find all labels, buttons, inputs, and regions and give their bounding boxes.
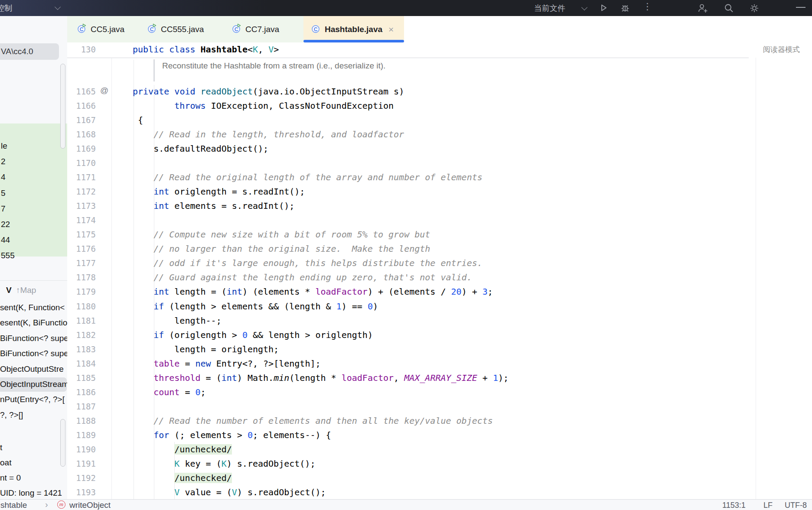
add-user-icon[interactable]	[697, 3, 708, 13]
tab-cc5-java[interactable]: CCC5.java	[69, 16, 132, 42]
line-number[interactable]: 1186	[67, 387, 96, 397]
scrollbar-thumb[interactable]	[60, 419, 65, 467]
code-line[interactable]: 1170	[67, 156, 812, 171]
code-line[interactable]: 1182 if (origlength > 0 && length > orig…	[67, 328, 812, 343]
tab-hashtable-java[interactable]: CHashtable.java×	[303, 16, 404, 42]
code-line[interactable]: 1188 // Read the number of elements and …	[67, 414, 812, 429]
code-line[interactable]: 1190 /unchecked/	[67, 443, 812, 457]
structure-member-item[interactable]: nPut(Entry<?, ?>[	[0, 395, 65, 404]
scrollbar-thumb[interactable]	[60, 64, 65, 149]
structure-field-item[interactable]: oat	[0, 458, 11, 468]
code-line[interactable]: 1174	[67, 214, 812, 228]
line-number[interactable]: 1167	[67, 115, 96, 125]
structure-member-item[interactable]: BiFunction<? supe	[0, 334, 67, 343]
code-line[interactable]: 1192 /unchecked/	[67, 471, 812, 486]
line-number[interactable]: 1180	[67, 302, 96, 311]
file-list-item[interactable]: 555	[1, 251, 15, 260]
line-number[interactable]: 1181	[67, 316, 96, 325]
selected-project-path[interactable]: VA\cc4.0	[0, 43, 59, 60]
line-number[interactable]: 1176	[67, 244, 96, 253]
structure-member-item[interactable]: BiFunction<? supe	[0, 349, 67, 358]
debug-icon[interactable]	[620, 3, 630, 13]
file-list-item[interactable]: le	[1, 141, 7, 151]
line-number[interactable]: 1174	[67, 215, 96, 225]
code-line[interactable]: 1167 {	[67, 114, 812, 128]
line-number[interactable]: 1191	[67, 459, 96, 468]
structure-field-item[interactable]: nt = 0	[0, 473, 21, 483]
line-number[interactable]: 1173	[67, 201, 96, 211]
line-number[interactable]: 1188	[67, 416, 96, 426]
code-line[interactable]: 1168 // Read in the length, threshold, a…	[67, 128, 812, 142]
line-separator[interactable]: LF	[763, 501, 773, 510]
code-line[interactable]: 1183 length = origlength;	[67, 343, 812, 357]
line-number[interactable]: 1166	[67, 101, 96, 110]
settings-icon[interactable]	[749, 3, 759, 13]
line-number[interactable]: 1183	[67, 344, 96, 354]
code-line[interactable]: 1178 // Guard against the length ending …	[67, 271, 812, 285]
file-list-item[interactable]: 44	[1, 235, 10, 245]
code-line[interactable]: 1185 threshold = (int) Math.min(length *…	[67, 371, 812, 386]
run-config-selector[interactable]: 当前文件	[534, 3, 565, 13]
play-icon[interactable]	[598, 3, 609, 13]
code-line[interactable]: 1177 // odd if it's large enough, this h…	[67, 257, 812, 271]
caret-position[interactable]: 1153:1	[722, 501, 746, 510]
breadcrumb[interactable]: shtable	[0, 500, 27, 510]
minimize-icon[interactable]	[796, 7, 805, 8]
code-line[interactable]: 1193 V value = (V) s.readObject();	[67, 486, 812, 499]
structure-member-item[interactable]: ObjectInputStream	[0, 380, 67, 389]
line-number[interactable]: 1192	[67, 473, 96, 483]
more-icon[interactable]: ⋮	[643, 1, 652, 12]
line-number[interactable]: 1190	[67, 445, 96, 454]
reader-mode-label[interactable]: 阅读器模式	[763, 45, 800, 55]
code-line[interactable]: 1191 K key = (K) s.readObject();	[67, 457, 812, 471]
code-line[interactable]: 1176 // no larger than the original size…	[67, 242, 812, 257]
code-line[interactable]: 1189 for (; elements > 0; elements--) {	[67, 429, 812, 443]
tab-cc555-java[interactable]: CCC555.java	[140, 16, 212, 42]
close-icon[interactable]: ×	[388, 25, 394, 34]
line-number[interactable]: 1178	[67, 273, 96, 282]
annotation-gutter-icon[interactable]: @	[100, 86, 108, 95]
project-widget[interactable]: 控制	[0, 3, 12, 13]
tab-cc7-java[interactable]: CCC7.java	[224, 16, 286, 42]
line-number[interactable]: 1170	[67, 158, 96, 168]
code-line[interactable]: 1187	[67, 400, 812, 414]
structure-header[interactable]: V ↑Map	[6, 286, 36, 295]
code-line[interactable]: 1169 s.defaultReadObject();	[67, 142, 812, 156]
line-number[interactable]: 1179	[67, 287, 96, 296]
line-number[interactable]: 1172	[67, 187, 96, 196]
code-line[interactable]: 1166 throws IOException, ClassNotFoundEx…	[67, 99, 812, 114]
file-list-item[interactable]: 22	[1, 220, 10, 229]
code-line[interactable]: 1179 int length = (int) (elements * load…	[67, 285, 812, 299]
structure-member-item[interactable]: ObjectOutputStre	[0, 364, 64, 374]
sticky-header-line[interactable]: 130 public class Hashtable<K, V>	[67, 42, 812, 58]
structure-member-item[interactable]: sent(K, Function<	[0, 303, 65, 312]
line-number[interactable]: 1165	[67, 87, 96, 96]
line-number[interactable]: 1184	[67, 359, 96, 368]
line-number[interactable]: 1193	[67, 487, 96, 497]
file-list-item[interactable]: 2	[1, 157, 6, 166]
code-line[interactable]: 1181 length--;	[67, 314, 812, 328]
structure-field-item[interactable]: UID: long = 1421	[0, 488, 62, 498]
file-encoding[interactable]: UTF-8	[785, 501, 807, 510]
file-list-item[interactable]: 5	[1, 188, 6, 198]
file-list-item[interactable]: 7	[1, 204, 6, 214]
code-editor[interactable]: Reconstitute the Hashtable from a stream…	[67, 42, 812, 499]
structure-member-item[interactable]: esent(K, BiFunctio	[0, 318, 67, 328]
code-line[interactable]: 1173 int elements = s.readInt();	[67, 199, 812, 214]
structure-member-item[interactable]: ?, ?>[]	[0, 410, 23, 420]
line-number[interactable]: 1177	[67, 258, 96, 268]
line-number[interactable]: 1187	[67, 402, 96, 411]
code-line[interactable]: 1186 count = 0;	[67, 386, 812, 400]
line-number[interactable]: 1171	[67, 172, 96, 182]
line-number[interactable]: 1185	[67, 373, 96, 383]
code-line[interactable]: 1172 int origlength = s.readInt();	[67, 185, 812, 199]
file-list-item[interactable]: 4	[1, 172, 6, 182]
code-line[interactable]: 1165@private void readObject(java.io.Obj…	[67, 85, 812, 99]
line-number[interactable]: 1168	[67, 130, 96, 139]
code-line[interactable]: 1171 // Read the original length of the …	[67, 171, 812, 185]
code-line[interactable]: 1175 // Compute new size with a bit of r…	[67, 228, 812, 242]
code-line[interactable]: 1180 if (length > elements && (length & …	[67, 300, 812, 314]
search-icon[interactable]	[723, 3, 734, 13]
code-line[interactable]: 1184 table = new Entry<?, ?>[length];	[67, 357, 812, 371]
line-number[interactable]: 1189	[67, 430, 96, 440]
